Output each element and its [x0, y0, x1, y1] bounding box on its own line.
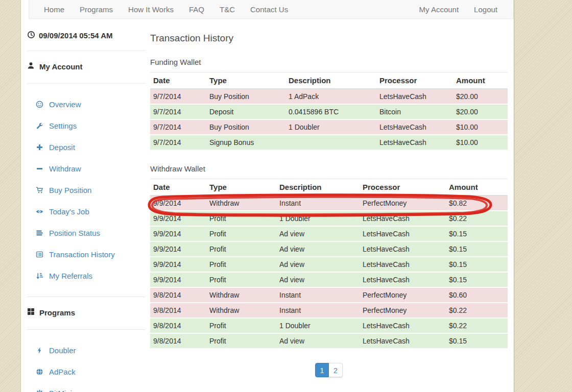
cell-amount: $20.00: [453, 104, 508, 119]
cell-processor: LetsHaveCash: [360, 272, 446, 287]
cell-description: Ad view: [276, 257, 360, 272]
withdraw-wallet-table: Date Type Description Processor Amount 9…: [150, 179, 508, 349]
sidebar-item-overview[interactable]: Overview: [36, 93, 150, 115]
minus-icon: [36, 165, 43, 173]
pagination-page-2[interactable]: 2: [329, 363, 343, 377]
sidebar-item-bitmining[interactable]: BitMining: [36, 382, 150, 392]
table-row: 9/8/2014 Withdraw Instant PerfectMoney $…: [150, 303, 508, 318]
cell-amount: $0.22: [446, 211, 508, 226]
page-container: Home Programs How It Works FAQ T&C Conta…: [20, 0, 514, 392]
sidebar-item-label: Today's Job: [49, 207, 89, 216]
server-datetime-label: 09/09/2014 05:54 AM: [39, 31, 113, 40]
cell-description: 1 Doubler: [285, 119, 376, 135]
cell-processor: LetsHaveCash: [376, 135, 453, 150]
cell-date: 9/9/2014: [150, 226, 206, 241]
sidebar-item-label: BitMining: [49, 389, 81, 392]
cell-description: Instant: [276, 195, 360, 211]
cell-date: 9/9/2014: [150, 272, 206, 287]
nav-item-how-it-works[interactable]: How It Works: [121, 5, 181, 14]
table-header-row: Date Type Description Processor Amount: [150, 179, 508, 195]
cell-date: 9/8/2014: [150, 333, 206, 349]
tasks-icon: [36, 229, 43, 237]
sidebar-item-label: Transaction History: [49, 250, 115, 259]
cell-date: 9/7/2014: [150, 89, 206, 104]
table-row: 9/7/2014 Buy Position 1 AdPack LetsHaveC…: [150, 89, 508, 104]
account-menu: Overview Settings Deposit: [27, 93, 150, 286]
cell-date: 9/9/2014: [150, 241, 206, 257]
sidebar-item-label: Position Status: [49, 229, 100, 237]
sidebar-item-label: Overview: [49, 100, 81, 109]
nav-item-faq[interactable]: FAQ: [181, 5, 212, 14]
cell-type: Profit: [206, 318, 276, 333]
column-header-amount: Amount: [453, 72, 508, 89]
table-row: 9/7/2014 Deposit 0.0415896 BTC Bitcoin $…: [150, 104, 508, 119]
column-header-processor: Processor: [376, 72, 453, 89]
table-row: 9/7/2014 Buy Position 1 Doubler LetsHave…: [150, 119, 508, 135]
sidebar: 09/09/2014 05:54 AM My Account Overview: [21, 19, 150, 392]
column-header-description: Description: [285, 72, 376, 89]
nav-item-tandc[interactable]: T&C: [212, 5, 243, 14]
funding-wallet-title: Funding Wallet: [150, 58, 508, 66]
cell-description: 0.0415896 BTC: [285, 104, 376, 119]
cell-amount: $0.22: [446, 318, 508, 333]
sidebar-item-label: Deposit: [49, 143, 75, 152]
table-row-highlighted: 9/9/2014 Withdraw Instant PerfectMoney $…: [150, 195, 508, 211]
cell-processor: LetsHaveCash: [360, 241, 446, 257]
column-header-type: Type: [206, 72, 285, 89]
cell-processor: LetsHaveCash: [360, 318, 446, 333]
sidebar-item-adpack[interactable]: AdPack: [36, 361, 150, 382]
sidebar-item-position-status[interactable]: Position Status: [36, 222, 150, 243]
cell-type: Profit: [206, 211, 276, 226]
cell-amount: $0.15: [446, 257, 508, 272]
sidebar-item-todays-job[interactable]: Today's Job: [36, 201, 150, 222]
table-row: 9/9/2014 Profit Ad view LetsHaveCash $0.…: [150, 272, 508, 287]
cell-description: Ad view: [276, 226, 360, 241]
cell-type: Signup Bonus: [206, 135, 285, 150]
cell-processor: Bitcoin: [376, 104, 453, 119]
cell-processor: LetsHaveCash: [360, 226, 446, 241]
nav-item-programs[interactable]: Programs: [72, 5, 121, 14]
pagination-page-1[interactable]: 1: [315, 363, 329, 377]
cell-type: Profit: [206, 226, 276, 241]
cell-date: 9/9/2014: [150, 211, 206, 226]
cart-icon: [36, 186, 43, 194]
nav-item-logout[interactable]: Logout: [466, 5, 505, 14]
nav-item-contact-us[interactable]: Contact Us: [243, 5, 296, 14]
sidebar-divider: [27, 329, 145, 330]
cell-description: Ad view: [276, 272, 360, 287]
column-header-type: Type: [206, 179, 276, 195]
cell-description: 1 Doubler: [276, 318, 360, 333]
cell-amount: $0.60: [446, 287, 508, 303]
sidebar-item-label: Buy Position: [49, 186, 91, 194]
main-content: Transaction History Funding Wallet Date …: [150, 19, 508, 392]
cell-type: Profit: [206, 333, 276, 349]
withdraw-wallet-title: Withdraw Wallet: [150, 164, 508, 173]
cell-date: 9/8/2014: [150, 287, 206, 303]
sidebar-section-title: My Account: [39, 62, 82, 71]
sidebar-item-deposit[interactable]: Deposit: [36, 136, 150, 158]
sidebar-item-transaction-history[interactable]: Transaction History: [36, 243, 150, 265]
sidebar-section-my-account: My Account: [27, 61, 150, 71]
wrench-icon: [36, 122, 43, 130]
grid-icon: [27, 308, 35, 317]
programs-menu: Doubler AdPack BitMining: [27, 339, 150, 392]
cell-date: 9/7/2014: [150, 135, 206, 150]
sidebar-item-settings[interactable]: Settings: [36, 115, 150, 136]
table-row: 9/8/2014 Profit Ad view LetsHaveCash $0.…: [150, 333, 508, 349]
eye-icon: [36, 208, 43, 215]
cell-amount: $0.15: [446, 241, 508, 257]
funding-wallet-table: Date Type Description Processor Amount 9…: [150, 72, 508, 151]
cell-processor: PerfectMoney: [360, 287, 446, 303]
cell-processor: LetsHaveCash: [376, 119, 453, 135]
nav-item-my-account[interactable]: My Account: [412, 5, 467, 14]
cell-type: Profit: [206, 257, 276, 272]
sidebar-item-my-referrals[interactable]: My Referrals: [36, 265, 150, 286]
sidebar-item-withdraw[interactable]: Withdraw: [36, 158, 150, 179]
globe-icon: [36, 368, 43, 376]
sort-icon: [36, 272, 43, 280]
sidebar-item-buy-position[interactable]: Buy Position: [36, 179, 150, 201]
sidebar-item-doubler[interactable]: Doubler: [36, 339, 150, 361]
cell-processor: PerfectMoney: [360, 303, 446, 318]
nav-item-home[interactable]: Home: [36, 5, 72, 14]
nav-right-group: My Account Logout: [412, 5, 513, 14]
